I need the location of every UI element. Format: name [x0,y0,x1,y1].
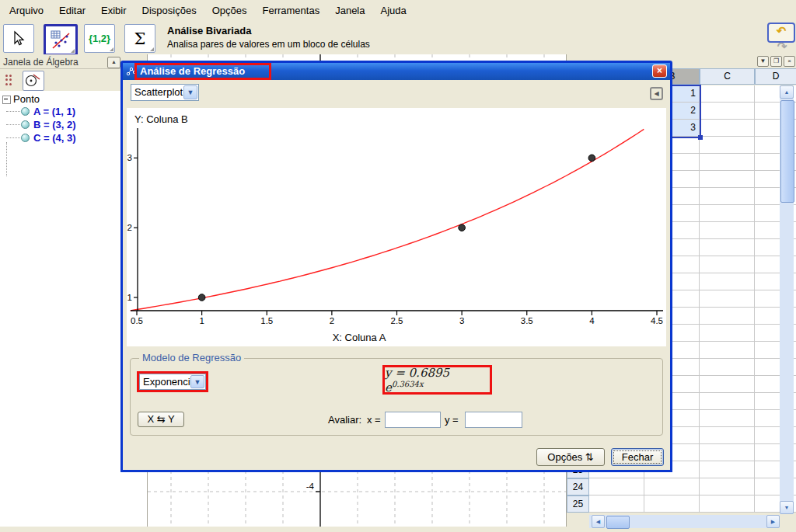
cell-b25[interactable] [644,495,700,513]
cell-c10[interactable] [700,239,755,256]
cell-c17[interactable] [700,359,755,376]
close-icon: × [787,57,791,64]
menu-janela[interactable]: Janela [327,2,372,19]
vertical-scroll-thumb[interactable] [780,100,794,203]
x-axis-title: X: Coluna A [305,332,414,343]
cell-c14[interactable] [700,308,755,325]
geogebra-window: ArquivoEditarExibirDisposiçõesOpçõesFerr… [0,0,796,532]
sum-tool-button[interactable]: Σ [124,24,155,53]
svg-text:4: 4 [589,316,595,325]
menu-arquivo[interactable]: Arquivo [2,2,51,19]
cell-c15[interactable] [700,325,755,342]
point-label: C = (4, 3) [33,132,76,144]
up-down-arrows-icon: ⇅ [585,451,594,463]
redo-button[interactable]: ↷ [772,41,792,54]
scroll-down-icon[interactable]: ▼ [780,501,794,514]
annotation-box-model [137,371,208,392]
data-point[interactable] [198,294,205,301]
redo-icon: ↷ [777,40,787,53]
svg-text:2.5: 2.5 [391,316,403,325]
one-variable-analysis-tool-button[interactable]: {1,2} [84,24,115,53]
cell-c16[interactable] [700,342,755,359]
point-bullet-icon[interactable] [21,120,30,129]
point-bullet-icon[interactable] [21,107,30,116]
regression-curve [131,129,644,311]
regression-equation: y = 0.6895 e0.3634x [382,365,492,395]
menu-ferramentas[interactable]: Ferramentas [254,2,327,19]
menu-disposicoes[interactable]: Disposições [134,2,204,19]
row-header-25[interactable]: 25 [567,495,589,513]
column-header-d[interactable]: D [755,68,796,85]
cell-c24[interactable] [700,478,755,495]
collapse-panel-button[interactable]: ▲ [107,57,120,68]
evaluate-y-input[interactable] [465,412,522,428]
cell-c18[interactable] [700,376,755,393]
x-equals-label: x = [367,414,381,426]
dropdown-arrow-icon: ▼ [760,57,766,64]
cell-c22[interactable] [700,444,755,461]
cell-c1[interactable] [700,85,755,103]
evaluate-label: Avaliar: [328,414,361,426]
cell-c2[interactable] [700,103,755,120]
close-dialog-button[interactable]: Fechar [611,448,664,466]
scroll-right-icon[interactable]: ▶ [766,515,780,528]
collapse-expander-icon[interactable] [2,96,11,104]
dialog-close-button[interactable]: × [652,64,667,78]
cell-c20[interactable] [700,410,755,427]
menu-editar[interactable]: Editar [51,2,93,19]
options-button[interactable]: Opções ⇅ [536,448,605,466]
svg-text:3.5: 3.5 [521,316,533,325]
panel-close-button[interactable]: × [784,56,795,67]
tool-subtitle: Analisa pares de valores em um bloco de … [167,39,370,50]
move-tool-button[interactable] [3,24,34,53]
svg-text:1: 1 [199,316,204,325]
scroll-up-icon[interactable]: ▲ [780,85,794,99]
cell-c13[interactable] [700,290,755,308]
cell-a25[interactable] [589,495,644,513]
algebra-panel-title: Janela de Álgebra [3,57,79,68]
cell-b24[interactable] [644,478,700,495]
panel-restore-button[interactable]: ❐ [770,56,782,67]
close-x-icon: × [657,65,662,76]
column-header-c[interactable]: C [700,68,755,85]
options-label: Opções [547,451,582,463]
panel-menu-button[interactable]: ▼ [757,56,769,67]
toggle-side-panel-button[interactable]: ◀ [650,87,663,100]
point-bullet-icon[interactable] [21,134,30,142]
auxiliary-objects-button[interactable] [23,71,44,91]
chevron-left-icon: ◀ [654,90,658,97]
scroll-left-icon[interactable]: ◀ [592,515,605,528]
cell-c6[interactable] [700,171,755,188]
cell-c25[interactable] [700,495,755,513]
swap-xy-button[interactable]: X ⇆ Y [138,412,184,427]
cell-c11[interactable] [700,256,755,273]
data-point[interactable] [459,224,466,231]
cell-c3[interactable] [700,120,755,137]
cell-c9[interactable] [700,222,755,239]
cell-c7[interactable] [700,188,755,205]
cell-c19[interactable] [700,393,755,410]
cell-c12[interactable] [700,273,755,290]
evaluate-x-input[interactable] [385,412,441,428]
grip-dots-icon[interactable] [5,75,13,85]
menu-ajuda[interactable]: Ajuda [372,2,414,19]
tool-dropdown-corner-icon [150,47,154,51]
menu-bar: ArquivoEditarExibirDisposiçõesOpçõesFerr… [0,0,796,21]
cell-c5[interactable] [700,154,755,171]
cell-c8[interactable] [700,205,755,222]
cell-c23[interactable] [700,461,755,478]
plot-type-dropdown[interactable]: Scatterplot ▼ [131,84,199,101]
horizontal-scroll-thumb[interactable] [606,516,630,529]
cursor-arrow-icon [10,30,27,47]
selection-fill-handle[interactable] [698,135,703,140]
svg-text:3: 3 [459,316,464,325]
menu-exibir[interactable]: Exibir [93,2,134,19]
data-point[interactable] [588,155,595,162]
bivariate-analysis-tool-button[interactable] [44,24,78,56]
cell-c21[interactable] [700,427,755,444]
cell-c4[interactable] [700,137,755,154]
menu-opcoes[interactable]: Opções [204,2,255,19]
cell-a24[interactable] [589,478,644,495]
row-header-24[interactable]: 24 [567,478,589,495]
scatterplot-panel: Y: Coluna B 0.511.522.533.544.5123 X: Co… [127,108,666,346]
